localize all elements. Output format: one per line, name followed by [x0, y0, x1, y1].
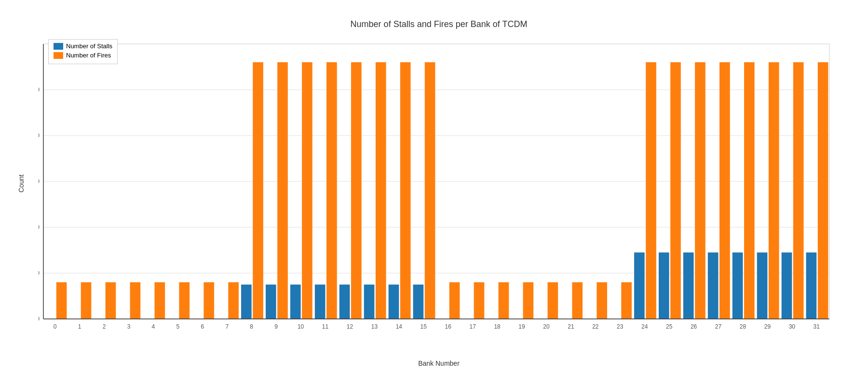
svg-text:80: 80 — [39, 132, 40, 139]
svg-rect-38 — [326, 62, 337, 319]
svg-rect-52 — [449, 282, 460, 319]
svg-text:13: 13 — [371, 323, 378, 330]
legend-fires-color — [54, 52, 63, 59]
legend-stalls-color — [54, 43, 63, 50]
svg-text:18: 18 — [494, 323, 501, 330]
chart-title: Number of Stalls and Fires per Bank of T… — [39, 19, 839, 29]
svg-text:15: 15 — [420, 323, 427, 330]
svg-rect-26 — [228, 282, 239, 319]
svg-rect-84 — [769, 62, 779, 319]
svg-rect-83 — [757, 252, 768, 319]
svg-rect-58 — [523, 282, 534, 319]
svg-rect-32 — [277, 62, 288, 319]
svg-rect-46 — [389, 285, 399, 319]
svg-text:28: 28 — [740, 323, 746, 330]
svg-rect-75 — [695, 62, 705, 319]
svg-rect-68 — [634, 252, 645, 319]
svg-rect-78 — [719, 62, 730, 319]
svg-rect-29 — [253, 62, 263, 319]
legend-stalls: Number of Stalls — [54, 42, 112, 50]
svg-text:14: 14 — [396, 323, 403, 330]
svg-text:20: 20 — [39, 269, 40, 276]
legend-fires: Number of Fires — [54, 52, 112, 59]
svg-rect-81 — [744, 62, 755, 319]
svg-text:20: 20 — [543, 323, 550, 330]
svg-text:6: 6 — [201, 323, 204, 330]
svg-rect-62 — [572, 282, 583, 319]
svg-rect-71 — [659, 252, 669, 319]
svg-rect-28 — [241, 285, 252, 319]
svg-text:30: 30 — [789, 323, 796, 330]
svg-rect-50 — [425, 62, 435, 319]
svg-text:19: 19 — [518, 323, 525, 330]
svg-text:25: 25 — [666, 323, 673, 330]
svg-rect-31 — [266, 285, 276, 319]
svg-text:0: 0 — [39, 315, 40, 322]
svg-text:7: 7 — [225, 323, 229, 330]
svg-rect-86 — [782, 252, 792, 319]
svg-text:24: 24 — [641, 323, 648, 330]
svg-rect-72 — [670, 62, 681, 319]
svg-text:31: 31 — [814, 323, 820, 330]
svg-text:3: 3 — [127, 323, 131, 330]
svg-rect-64 — [597, 282, 607, 319]
chart-area: Count Bank Number 0204060801000123456789… — [39, 34, 839, 343]
svg-text:17: 17 — [469, 323, 476, 330]
svg-rect-60 — [547, 282, 558, 319]
svg-text:0: 0 — [54, 323, 57, 330]
svg-text:8: 8 — [250, 323, 253, 330]
svg-text:23: 23 — [617, 323, 624, 330]
svg-text:21: 21 — [568, 323, 574, 330]
svg-rect-49 — [413, 285, 424, 319]
svg-text:27: 27 — [715, 323, 722, 330]
svg-text:100: 100 — [39, 86, 40, 93]
svg-rect-20 — [154, 282, 165, 319]
svg-rect-54 — [474, 282, 485, 319]
svg-text:26: 26 — [691, 323, 697, 330]
svg-rect-77 — [708, 252, 719, 319]
svg-text:11: 11 — [322, 323, 329, 330]
svg-rect-43 — [364, 285, 375, 319]
svg-text:40: 40 — [39, 223, 40, 231]
svg-text:22: 22 — [592, 323, 599, 330]
chart-legend: Number of Stalls Number of Fires — [48, 39, 118, 64]
svg-rect-37 — [315, 285, 326, 319]
svg-rect-12 — [56, 282, 67, 319]
svg-rect-56 — [499, 282, 509, 319]
svg-rect-69 — [646, 62, 656, 319]
svg-rect-47 — [400, 62, 411, 319]
svg-rect-14 — [81, 282, 92, 319]
svg-rect-87 — [793, 62, 804, 319]
svg-rect-90 — [818, 62, 828, 319]
legend-fires-label: Number of Fires — [66, 52, 111, 59]
svg-text:16: 16 — [445, 323, 452, 330]
svg-rect-22 — [179, 282, 190, 319]
chart-svg: 0204060801000123456789101112131415161718… — [39, 34, 839, 343]
chart-container: Number of Stalls and Fires per Bank of T… — [0, 0, 868, 386]
svg-rect-18 — [130, 282, 141, 319]
svg-text:5: 5 — [176, 323, 180, 330]
x-axis-label: Bank Number — [418, 359, 460, 367]
svg-text:10: 10 — [298, 323, 304, 330]
y-axis-label: Count — [17, 175, 25, 193]
svg-rect-89 — [806, 252, 817, 319]
svg-text:29: 29 — [764, 323, 771, 330]
svg-rect-44 — [376, 62, 386, 319]
svg-text:2: 2 — [103, 323, 106, 330]
svg-rect-40 — [339, 285, 350, 319]
svg-rect-24 — [203, 282, 214, 319]
svg-rect-66 — [621, 282, 632, 319]
legend-stalls-label: Number of Stalls — [66, 42, 112, 50]
svg-rect-80 — [732, 252, 743, 319]
svg-text:1: 1 — [78, 323, 81, 330]
svg-rect-34 — [290, 285, 301, 319]
svg-text:60: 60 — [39, 178, 40, 185]
svg-rect-16 — [106, 282, 116, 319]
svg-text:4: 4 — [152, 323, 155, 330]
svg-rect-35 — [302, 62, 312, 319]
svg-rect-74 — [683, 252, 694, 319]
svg-text:12: 12 — [347, 323, 353, 330]
svg-rect-41 — [351, 62, 362, 319]
svg-text:9: 9 — [274, 323, 278, 330]
